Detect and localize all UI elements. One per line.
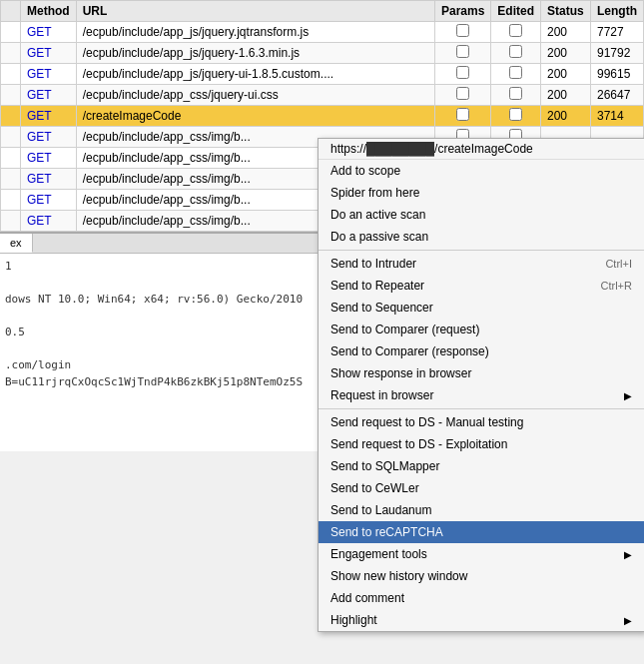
menu-item-label: Send to Intruder [330,257,416,271]
row-number [1,211,21,232]
tab-bar: ex [0,234,319,254]
row-number [1,43,21,64]
menu-item-send-to-laudanum[interactable]: Send to Laudanum [319,499,644,521]
edited-checkbox[interactable] [509,24,522,37]
menu-item-engagement-tools[interactable]: Engagement tools [319,543,644,565]
row-params [434,106,490,127]
edited-checkbox[interactable] [509,87,522,100]
col-header-url[interactable]: URL [76,1,434,22]
menu-item-highlight[interactable]: Highlight [319,609,644,631]
params-checkbox[interactable] [456,45,469,58]
params-checkbox[interactable] [456,66,469,79]
col-header-status[interactable]: Status [541,1,591,22]
row-method: GET [21,127,77,148]
menu-item-send-to-sqlmapper[interactable]: Send to SQLMapper [319,455,644,477]
row-number [1,190,21,211]
edited-checkbox[interactable] [509,108,522,121]
menu-item-label: Do a passive scan [330,230,428,244]
menu-item-label: Show response in browser [330,366,471,380]
menu-item-send-to-comparer-response[interactable]: Send to Comparer (response) [319,340,644,362]
menu-item-add-comment[interactable]: Add comment [319,587,644,609]
tab-ex[interactable]: ex [0,234,33,253]
table-row[interactable]: GET /ecpub/include/app_css/jquery-ui.css… [1,85,644,106]
row-method: GET [21,106,77,127]
menu-item-label: Send to Repeater [330,279,424,293]
row-status: 200 [541,64,591,85]
menu-item-send-to-repeater[interactable]: Send to RepeaterCtrl+R [319,275,644,297]
menu-item-label: Send request to DS - Exploitation [330,437,507,451]
menu-item-label: Send to Laudanum [330,503,431,517]
menu-item-shortcut: Ctrl+R [601,280,632,292]
row-edited [491,43,541,64]
menu-item-send-request-to-ds---exploitation[interactable]: Send request to DS - Exploitation [319,433,644,455]
menu-item-send-to-sequencer[interactable]: Send to Sequencer [319,297,644,319]
menu-item-label: Send request to DS - Manual testing [330,415,523,429]
row-params [434,43,490,64]
row-method: GET [21,22,77,43]
row-edited [491,85,541,106]
row-url: /createImageCode [76,106,434,127]
table-row[interactable]: GET /ecpub/include/app_js/jquery-1.6.3.m… [1,43,644,64]
table-row[interactable]: GET /ecpub/include/app_js/jquery-ui-1.8.… [1,64,644,85]
params-checkbox[interactable] [456,108,469,121]
row-number [1,148,21,169]
table-row[interactable]: GET /createImageCode 200 3714 [1,106,644,127]
menu-item-send-to-comparer-request[interactable]: Send to Comparer (request) [319,319,644,340]
row-method: GET [21,43,77,64]
menu-item-do-a-passive-scan[interactable]: Do a passive scan [319,226,644,248]
menu-item-send-request-to-ds---manual-testing[interactable]: Send request to DS - Manual testing [319,411,644,433]
panel-line-2 [5,276,314,293]
menu-item-send-to-intruder[interactable]: Send to IntruderCtrl+I [319,253,644,275]
row-length: 26647 [591,85,644,106]
col-header-method[interactable]: Method [21,1,77,22]
row-number [1,106,21,127]
context-menu-url: https://████████/createImageCode [319,139,644,160]
col-header-edited[interactable]: Edited [491,1,541,22]
row-status: 200 [541,43,591,64]
row-method: GET [21,148,77,169]
row-method: GET [21,64,77,85]
panel-line-7: .com/login [5,357,314,374]
edited-checkbox[interactable] [509,66,522,79]
menu-item-spider-from-here[interactable]: Spider from here [319,182,644,204]
row-status: 200 [541,106,591,127]
menu-separator [319,250,644,251]
col-header-params[interactable]: Params [434,1,490,22]
row-method: GET [21,169,77,190]
menu-item-label: Engagement tools [330,547,427,561]
row-edited [491,22,541,43]
panel-line-8: B=uC11rjrqCxOqcSc1WjTndP4kB6zkBKj51p8NTe… [5,374,314,391]
params-checkbox[interactable] [456,24,469,37]
row-length: 91792 [591,43,644,64]
row-edited [491,106,541,127]
menu-item-add-to-scope[interactable]: Add to scope [319,160,644,182]
panel-content: 1 dows NT 10.0; Win64; x64; rv:56.0) Gec… [0,254,319,395]
table-row[interactable]: GET /ecpub/include/app_js/jquery.jqtrans… [1,22,644,43]
url-text: https://████████/createImageCode [330,142,533,156]
edited-checkbox[interactable] [509,45,522,58]
row-status: 200 [541,22,591,43]
col-header-empty[interactable] [1,1,21,22]
row-params [434,22,490,43]
col-header-length[interactable]: Length [591,1,644,22]
panel-line-5: 0.5 [5,325,314,341]
menu-item-label: Highlight [330,613,377,627]
menu-item-show-response-in-browser[interactable]: Show response in browser [319,362,644,384]
row-url: /ecpub/include/app_css/jquery-ui.css [76,85,434,106]
row-length: 7727 [591,22,644,43]
menu-item-send-to-cewler[interactable]: Send to CeWLer [319,477,644,499]
params-checkbox[interactable] [456,87,469,100]
menu-item-show-new-history-window[interactable]: Show new history window [319,565,644,587]
panel-line-1: 1 [5,259,314,276]
menu-item-send-to-recaptcha[interactable]: Send to reCAPTCHA [319,521,644,543]
menu-item-label: Send to Sequencer [330,301,433,315]
row-url: /ecpub/include/app_js/jquery-1.6.3.min.j… [76,43,434,64]
menu-item-label: Send to reCAPTCHA [330,525,443,539]
panel-line-6 [5,341,314,358]
menu-item-label: Add comment [330,591,404,605]
menu-item-request-in-browser[interactable]: Request in browser [319,384,644,406]
row-method: GET [21,211,77,232]
context-menu: https://████████/createImageCode Add to … [318,138,644,632]
menu-item-do-an-active-scan[interactable]: Do an active scan [319,204,644,226]
row-status: 200 [541,85,591,106]
